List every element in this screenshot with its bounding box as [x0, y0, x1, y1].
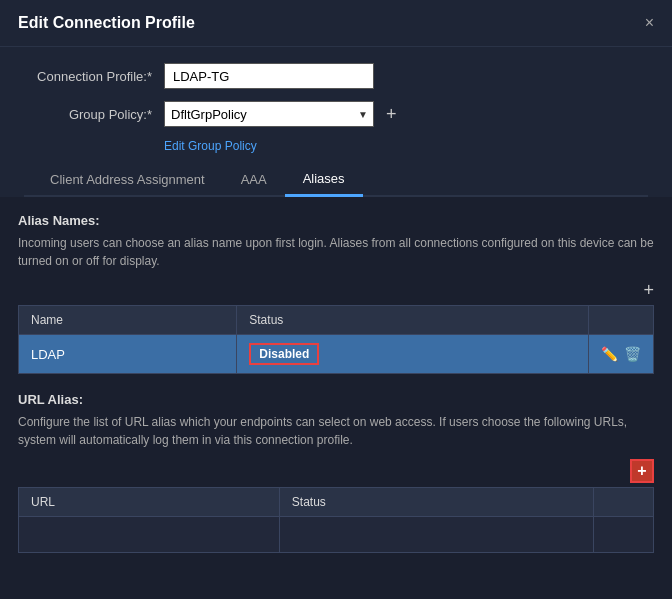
alias-table-header: Name Status	[19, 306, 654, 335]
alias-row-actions: ✏️ 🗑️	[589, 335, 654, 374]
url-add-btn-wrapper: +	[18, 459, 654, 483]
alias-col-name: Name	[19, 306, 237, 335]
alias-row-name: LDAP	[19, 335, 237, 374]
connection-profile-input[interactable]	[164, 63, 374, 89]
url-alias-desc: Configure the list of URL alias which yo…	[18, 413, 654, 449]
alias-table-header-row: +	[18, 280, 654, 301]
edit-group-policy-link[interactable]: Edit Group Policy	[164, 139, 648, 153]
group-policy-row: Group Policy:* DfltGrpPolicy +	[24, 101, 648, 127]
status-badge: Disabled	[249, 343, 319, 365]
alias-col-status: Status	[237, 306, 589, 335]
tab-client-address[interactable]: Client Address Assignment	[32, 164, 223, 197]
group-policy-select-container: DfltGrpPolicy	[164, 101, 374, 127]
url-col-action	[594, 488, 654, 517]
url-alias-title: URL Alias:	[18, 392, 654, 407]
edit-alias-button[interactable]: ✏️	[601, 346, 618, 362]
tab-aliases[interactable]: Aliases	[285, 163, 363, 197]
close-button[interactable]: ×	[645, 14, 654, 32]
alias-names-table: Name Status LDAP Disabled ✏️ 🗑️	[18, 305, 654, 374]
group-policy-label: Group Policy:*	[24, 107, 164, 122]
add-alias-button[interactable]: +	[643, 280, 654, 301]
url-empty-cell-3	[594, 517, 654, 553]
add-url-alias-button[interactable]: +	[630, 459, 654, 483]
alias-col-action	[589, 306, 654, 335]
delete-alias-button[interactable]: 🗑️	[624, 346, 641, 362]
content-area: Alias Names: Incoming users can choose a…	[0, 197, 672, 587]
action-icons: ✏️ 🗑️	[601, 346, 641, 362]
alias-names-title: Alias Names:	[18, 213, 654, 228]
group-policy-select-wrapper: DfltGrpPolicy +	[164, 101, 401, 127]
alias-row-status: Disabled	[237, 335, 589, 374]
url-empty-cell-1	[19, 517, 280, 553]
url-alias-table: URL Status	[18, 487, 654, 553]
url-col-status: Status	[279, 488, 593, 517]
url-empty-row	[19, 517, 654, 553]
form-area: Connection Profile:* Group Policy:* Dflt…	[0, 47, 672, 197]
connection-profile-row: Connection Profile:*	[24, 63, 648, 89]
dialog-header: Edit Connection Profile ×	[0, 0, 672, 47]
add-group-policy-button[interactable]: +	[382, 104, 401, 125]
group-policy-select[interactable]: DfltGrpPolicy	[164, 101, 374, 127]
tabs-bar: Client Address Assignment AAA Aliases	[24, 163, 648, 197]
tab-aaa[interactable]: AAA	[223, 164, 285, 197]
dialog-title: Edit Connection Profile	[18, 14, 195, 32]
alias-names-desc: Incoming users can choose an alias name …	[18, 234, 654, 270]
url-col-url: URL	[19, 488, 280, 517]
url-empty-cell-2	[279, 517, 593, 553]
connection-profile-label: Connection Profile:*	[24, 69, 164, 84]
url-table-header: URL Status	[19, 488, 654, 517]
table-row: LDAP Disabled ✏️ 🗑️	[19, 335, 654, 374]
